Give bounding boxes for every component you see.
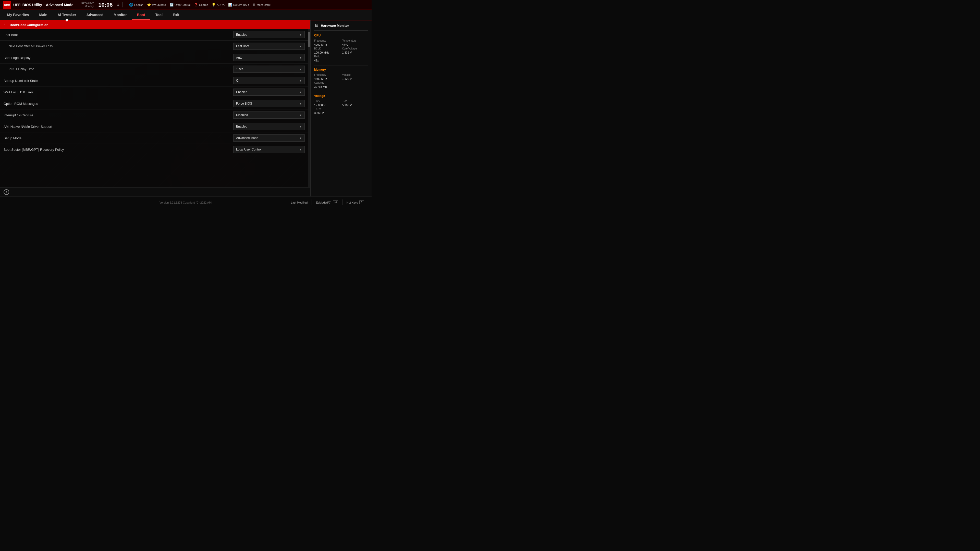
last-modified-button[interactable]: Last Modified — [287, 200, 312, 205]
myfavorite-tool[interactable]: ⭐ MyFavorite — [147, 3, 166, 6]
hw-divider-1 — [314, 65, 368, 66]
help-icon: ❓ — [194, 3, 198, 6]
memtest-label: MemTest86 — [257, 3, 271, 6]
resizebar-icon: 📊 — [228, 3, 232, 6]
scrollbar-thumb[interactable] — [308, 32, 310, 47]
footer-copyright: Version 2.21.1278 Copyright (C) 2022 AMI — [95, 201, 277, 204]
voltage-grid: +12V +5V 12.000 V 5.160 V +3.3V 3.360 V — [314, 100, 368, 114]
setting-select-5[interactable]: Enabled▼ — [233, 89, 305, 96]
setting-label-9: Setup Mode — [3, 136, 233, 140]
top-tools: 🌐 English ⭐ MyFavorite 🔄 Qfan Control ❓ … — [129, 3, 271, 6]
v12-value: 12.000 V — [314, 103, 340, 106]
setting-label-1: Next Boot after AC Power Loss — [3, 44, 233, 48]
settings-list: Fast BootEnabled▼Next Boot after AC Powe… — [0, 29, 308, 187]
cpu-temp-value: 47°C — [342, 43, 368, 46]
setting-select-1[interactable]: Fast Boot▼ — [233, 43, 305, 50]
cpu-freq-value: 4900 MHz — [314, 43, 340, 46]
hotkeys-button[interactable]: Hot Keys ? — [342, 200, 368, 205]
svg-text:ROG: ROG — [4, 4, 10, 6]
last-modified-label: Last Modified — [291, 201, 307, 204]
tab-monitor[interactable]: Monitor — [108, 10, 132, 20]
cpu-corevolt-label: Core Voltage — [342, 47, 368, 50]
back-button[interactable]: ← — [3, 22, 8, 27]
setting-value-0: Enabled — [236, 33, 247, 37]
memtest-tool[interactable]: 🖥 MemTest86 — [252, 3, 271, 6]
tab-main[interactable]: Main — [34, 10, 52, 20]
breadcrumb-text: Boot\Boot Configuration — [10, 23, 48, 27]
v33-label: +3.3V — [314, 108, 340, 110]
globe-icon: 🌐 — [129, 3, 133, 6]
setting-label-3: POST Delay Time — [3, 67, 233, 71]
setting-select-0[interactable]: Enabled▼ — [233, 31, 305, 38]
resizebar-label: ReSize BAR — [233, 3, 249, 6]
setting-row: Setup ModeAdvanced Mode▼ — [0, 132, 308, 144]
setting-select-10[interactable]: Local User Control▼ — [233, 146, 305, 153]
tab-my-favorites[interactable]: My Favorites — [2, 10, 34, 20]
hw-divider-2 — [314, 92, 368, 92]
breadcrumb: ← Boot\Boot Configuration — [0, 21, 310, 29]
window-title: UEFI BIOS Utility – Advanced Mode — [13, 3, 73, 7]
hotkeys-key-icon: ? — [360, 200, 364, 204]
ezmode-key-icon: ⏎ — [333, 200, 338, 204]
cpu-ratio-spacer — [342, 55, 368, 58]
tab-exit[interactable]: Exit — [168, 10, 185, 20]
nav-bar: My Favorites Main Ai Tweaker Advanced Mo… — [0, 10, 372, 21]
info-icon: i — [3, 189, 9, 195]
search-label: Search — [199, 3, 208, 6]
setting-select-9[interactable]: Advanced Mode▼ — [233, 135, 305, 141]
scrollbar-track[interactable] — [308, 29, 310, 187]
cpu-corevolt-value: 1.332 V — [342, 51, 368, 54]
footer: Version 2.21.1278 Copyright (C) 2022 AMI… — [0, 197, 372, 208]
setting-select-7[interactable]: Disabled▼ — [233, 111, 305, 119]
qfan-label: Qfan Control — [175, 3, 190, 6]
aura-icon: 💡 — [212, 3, 216, 6]
bottom-bar: i — [0, 187, 310, 197]
setting-select-6[interactable]: Force BIOS▼ — [233, 100, 305, 107]
myfavorite-label: MyFavorite — [152, 3, 166, 6]
setting-select-3[interactable]: 1 sec▼ — [233, 65, 305, 73]
tab-boot[interactable]: Boot — [132, 10, 150, 20]
mem-cap-label: Capacity — [314, 81, 340, 84]
v5-value: 5.160 V — [342, 103, 368, 106]
tab-advanced[interactable]: Advanced — [81, 10, 108, 20]
resizebar-tool[interactable]: 📊 ReSize BAR — [228, 3, 249, 6]
content-area: ← Boot\Boot Configuration Fast BootEnabl… — [0, 21, 372, 197]
top-bar: ROG UEFI BIOS Utility – Advanced Mode 08… — [0, 0, 372, 10]
dropdown-arrow-icon: ▼ — [299, 56, 302, 59]
cpu-bclk-label: BCLK — [314, 47, 340, 50]
tab-tool[interactable]: Tool — [150, 10, 168, 20]
search-tool[interactable]: ❓ Search — [194, 3, 208, 6]
cpu-freq-label: Frequency — [314, 39, 340, 42]
star-icon: ⭐ — [147, 3, 151, 6]
aura-tool[interactable]: 💡 AURA — [212, 3, 224, 6]
footer-right: Last Modified EzMode(F7) ⏎ Hot Keys ? — [277, 200, 368, 205]
setting-select-2[interactable]: Auto▼ — [233, 54, 305, 61]
mem-freq-label: Frequency — [314, 73, 340, 76]
setting-label-10: Boot Sector (MBR/GPT) Recovery Policy — [3, 148, 233, 151]
dropdown-arrow-icon: ▼ — [299, 114, 302, 117]
aura-label: AURA — [217, 3, 224, 6]
setting-select-4[interactable]: On▼ — [233, 77, 305, 84]
cpu-grid: Frequency Temperature 4900 MHz 47°C BCLK… — [314, 39, 368, 62]
ezmode-button[interactable]: EzMode(F7) ⏎ — [312, 200, 342, 205]
memory-section-title: Memory — [314, 68, 368, 71]
mem-cap-spacer — [342, 81, 368, 84]
mem-cap-value: 32768 MB — [314, 85, 340, 88]
settings-gear-icon[interactable]: ⚙ — [116, 3, 120, 7]
dropdown-arrow-icon: ▼ — [299, 45, 302, 48]
dropdown-arrow-icon: ▼ — [299, 79, 302, 82]
setting-value-7: Disabled — [236, 113, 248, 117]
rog-logo: ROG UEFI BIOS Utility – Advanced Mode — [3, 1, 73, 9]
setting-row: Boot Logo DisplayAuto▼ — [0, 52, 308, 64]
rog-logo-icon: ROG — [3, 1, 11, 9]
setting-value-4: On — [236, 79, 240, 83]
tab-ai-tweaker[interactable]: Ai Tweaker — [52, 10, 81, 20]
datetime-display: 08/22/2022 Monday — [81, 2, 94, 8]
setting-select-8[interactable]: Enabled▼ — [233, 123, 305, 130]
cpu-ratio-value: 49x — [314, 59, 340, 62]
qfan-tool[interactable]: 🔄 Qfan Control — [169, 3, 190, 6]
setting-value-10: Local User Control — [236, 148, 261, 151]
setting-label-0: Fast Boot — [3, 33, 233, 37]
language-tool[interactable]: 🌐 English — [129, 3, 143, 6]
setting-row: POST Delay Time1 sec▼ — [0, 64, 308, 75]
